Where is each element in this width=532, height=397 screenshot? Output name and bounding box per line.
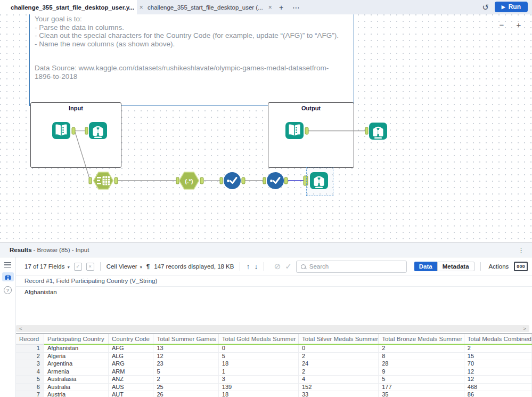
table-cell[interactable]: 2 [153, 376, 218, 384]
record-number-cell[interactable]: 5 [16, 376, 44, 384]
horizontal-scrollbar[interactable]: < > [16, 325, 529, 332]
table-cell[interactable]: 8 [379, 352, 464, 360]
table-cell[interactable]: 15 [464, 352, 531, 360]
record-number-cell[interactable]: 6 [16, 383, 44, 391]
record-number-cell[interactable]: 4 [16, 368, 44, 376]
table-cell[interactable]: Argentina [44, 360, 108, 368]
output-tool-container[interactable]: Output [268, 102, 354, 168]
regex-tool[interactable]: (.*) [178, 171, 200, 192]
table-cell[interactable]: AUT [108, 391, 153, 397]
table-cell[interactable]: 9 [379, 368, 464, 376]
text-to-columns-tool[interactable] [93, 171, 114, 192]
record-number-cell[interactable]: 7 [16, 391, 44, 397]
browse-view-selected[interactable] [2, 272, 14, 281]
tab-workflow-1[interactable]: challenge_355_start_file_desktop_user.y.… [0, 0, 137, 14]
table-cell[interactable]: 23 [153, 360, 218, 368]
record-number-cell[interactable]: 2 [16, 352, 44, 360]
run-button[interactable]: ▶ Run [495, 2, 528, 12]
table-cell[interactable]: 24 [298, 360, 378, 368]
input-tool-container[interactable]: Input [30, 102, 121, 168]
column-header[interactable]: Country Code [108, 334, 153, 344]
table-cell[interactable]: 33 [298, 391, 378, 397]
scroll-right-icon[interactable]: > [523, 326, 526, 331]
whitespace-toggle-icon[interactable]: ¶ [146, 263, 150, 270]
table-cell[interactable]: 1 [218, 368, 298, 376]
table-cell[interactable]: 0 [298, 344, 378, 352]
profile-list-icon[interactable] [4, 262, 11, 268]
clear-filter-icon[interactable]: ⊘ [274, 262, 281, 271]
thousands-separator-button[interactable]: 000 [514, 262, 528, 271]
table-cell[interactable]: Australasia [44, 376, 108, 384]
browse-tool-input[interactable] [88, 121, 108, 142]
table-cell[interactable]: 2 [464, 344, 531, 352]
browse-tool-output[interactable] [369, 121, 388, 143]
table-cell[interactable]: 152 [298, 383, 378, 391]
table-cell[interactable]: 86 [464, 391, 531, 397]
table-cell[interactable]: Algeria [44, 352, 108, 360]
table-cell[interactable]: 12 [153, 352, 218, 360]
column-header[interactable]: Total Summer Games [153, 334, 218, 344]
search-input[interactable]: Search [296, 261, 407, 273]
table-cell[interactable]: 5 [379, 376, 464, 384]
column-header[interactable]: Participating Country [44, 334, 108, 344]
table-cell[interactable]: 18 [218, 391, 298, 397]
select-tool-2[interactable] [266, 172, 284, 192]
output-data-tool[interactable] [285, 121, 304, 142]
table-cell[interactable]: 13 [153, 344, 218, 352]
close-icon[interactable]: × [268, 4, 272, 11]
table-cell[interactable]: ALG [108, 352, 153, 360]
table-cell[interactable]: 4 [298, 376, 378, 384]
fields-dropdown[interactable]: 17 of 17 Fields ▾ [24, 263, 70, 270]
move-up-icon[interactable]: ↑ [246, 262, 250, 271]
data-toggle-button[interactable]: Data [414, 262, 437, 271]
select-tool-1[interactable] [223, 172, 241, 192]
tab-workflow-2[interactable]: challenge_355_start_file_desktop_user (.… [137, 0, 274, 14]
column-header[interactable]: Total Gold Medals Summer [218, 334, 298, 344]
zoom-in-button[interactable]: + [514, 20, 523, 29]
table-cell[interactable]: 70 [464, 360, 531, 368]
comment-box[interactable]: Your goal is to: - Parse the data in col… [29, 14, 354, 106]
version-history-icon[interactable]: ↺ [479, 0, 493, 14]
table-cell[interactable]: 12 [464, 376, 531, 384]
table-cell[interactable]: 18 [218, 360, 298, 368]
select-all-checkbox-icon[interactable]: ✓ [74, 263, 82, 271]
table-cell[interactable]: 5 [153, 368, 218, 376]
column-header[interactable]: Record [16, 334, 44, 344]
table-cell[interactable]: 28 [379, 360, 464, 368]
cell-viewer-dropdown[interactable]: Cell Viewer ▾ [107, 263, 142, 270]
move-down-icon[interactable]: ↓ [254, 262, 258, 271]
browse-tool-selected[interactable] [309, 171, 329, 192]
table-cell[interactable]: AFG [108, 344, 153, 352]
table-cell[interactable]: 12 [464, 368, 531, 376]
column-header[interactable]: Total Bronze Medals Summer [379, 334, 464, 344]
table-cell[interactable]: ANZ [108, 376, 153, 384]
cell-viewer-value[interactable]: Afghanistan [16, 287, 532, 297]
kebab-menu-icon[interactable]: ⋮ [514, 246, 528, 254]
help-icon[interactable]: ? [4, 286, 12, 294]
table-cell[interactable]: 139 [218, 383, 298, 391]
table-cell[interactable]: ARG [108, 360, 153, 368]
metadata-toggle-button[interactable]: Metadata [437, 262, 474, 271]
scroll-left-icon[interactable]: < [19, 326, 22, 331]
table-cell[interactable]: 0 [218, 344, 298, 352]
table-cell[interactable]: Armenia [44, 368, 108, 376]
more-tabs-icon[interactable]: ⋯ [289, 0, 304, 14]
column-header[interactable]: Total Medals Combined [464, 334, 531, 344]
table-cell[interactable]: Australia [44, 383, 108, 391]
table-cell[interactable]: AUS [108, 383, 153, 391]
table-cell[interactable]: ARM [108, 368, 153, 376]
apply-icon[interactable]: ✓ [285, 262, 292, 271]
table-cell[interactable]: Austria [44, 391, 108, 397]
table-cell[interactable]: Afghanistan [44, 344, 108, 352]
table-cell[interactable]: 2 [298, 352, 378, 360]
record-number-cell[interactable]: 3 [16, 360, 44, 368]
table-cell[interactable]: 177 [379, 383, 464, 391]
table-cell[interactable]: 2 [379, 344, 464, 352]
table-cell[interactable]: 2 [298, 368, 378, 376]
table-cell[interactable]: 26 [153, 391, 218, 397]
column-header[interactable]: Total Silver Medals Summer [298, 334, 378, 344]
table-cell[interactable]: 35 [379, 391, 464, 397]
table-cell[interactable]: 468 [464, 383, 531, 391]
actions-menu[interactable]: Actions [489, 263, 509, 270]
workflow-canvas[interactable]: Your goal is to: - Parse the data in col… [0, 14, 532, 242]
